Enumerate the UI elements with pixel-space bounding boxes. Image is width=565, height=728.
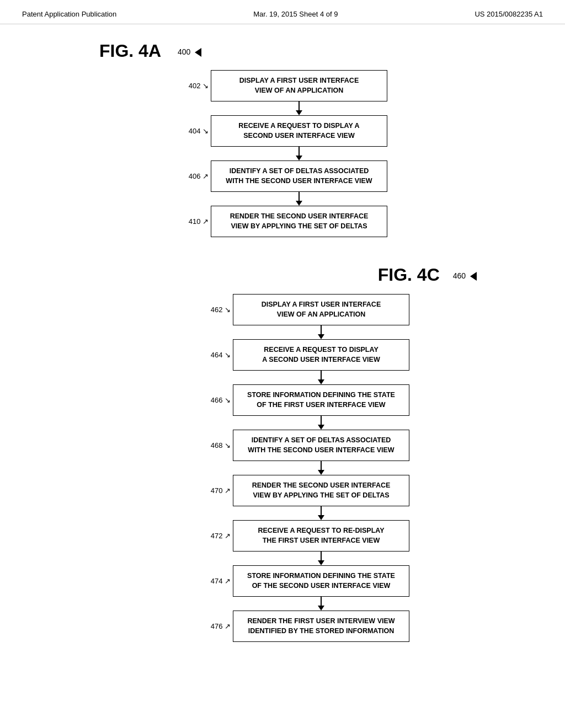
- step-box-470: RENDER THE SECOND USER INTERFACEVIEW BY …: [233, 475, 409, 506]
- connector-406-410: [211, 192, 388, 206]
- step-row-402: 402 ↘ DISPLAY A FIRST USER INTERFACEVIEW…: [178, 70, 387, 101]
- step-row-476: 476 ↗ RENDER THE FIRST USER INTERVIEW VI…: [200, 611, 409, 642]
- step-row-466: 466 ↘ STORE INFORMATION DEFINING THE STA…: [200, 384, 409, 416]
- step-box-406: IDENTIFY A SET OF DELTAS ASSOCIATEDWITH …: [211, 160, 387, 192]
- figure-4a: FIG. 4A 400 402 ↘ DISPLAY A FIRST USER I…: [33, 41, 532, 237]
- step-box-466: STORE INFORMATION DEFINING THE STATEOF T…: [233, 384, 409, 416]
- header-left: Patent Application Publication: [22, 10, 116, 18]
- connector-472-474: [233, 552, 410, 565]
- connector-464-466: [233, 371, 410, 384]
- step-label-462: 462 ↘: [200, 306, 233, 314]
- step-box-468: IDENTIFY A SET OF DELTAS ASSOCIATEDWITH …: [233, 430, 409, 461]
- fig4a-ref: 400: [178, 47, 201, 57]
- connector-402-404: [211, 101, 388, 115]
- step-row-464: 464 ↘ RECEIVE A REQUEST TO DISPLAYA SECO…: [200, 339, 409, 371]
- step-label-466: 466 ↘: [200, 396, 233, 404]
- connector-468-470: [233, 461, 410, 475]
- step-row-470: 470 ↗ RENDER THE SECOND USER INTERFACEVI…: [200, 475, 409, 506]
- step-box-472: RECEIVE A REQUEST TO RE-DISPLAYTHE FIRST…: [233, 520, 409, 552]
- step-box-404: RECEIVE A REQUEST TO DISPLAY ASECOND USE…: [211, 115, 387, 147]
- step-row-462: 462 ↘ DISPLAY A FIRST USER INTERFACEVIEW…: [200, 294, 409, 325]
- step-label-472: 472 ↗: [200, 532, 233, 540]
- step-row-474: 474 ↗ STORE INFORMATION DEFINING THE STA…: [200, 565, 409, 597]
- fig4a-title: FIG. 4A: [99, 41, 161, 61]
- connector-470-472: [233, 506, 410, 520]
- step-label-464: 464 ↘: [200, 351, 233, 359]
- step-row-406: 406 ↗ IDENTIFY A SET OF DELTAS ASSOCIATE…: [178, 160, 387, 192]
- step-label-476: 476 ↗: [200, 622, 233, 630]
- figure-4c: FIG. 4C 460 462 ↘ DISPLAY A FIRST USER I…: [33, 265, 532, 642]
- step-label-404: 404 ↘: [178, 127, 211, 135]
- step-label-468: 468 ↘: [200, 441, 233, 449]
- step-row-410: 410 ↗ RENDER THE SECOND USER INTERFACEVI…: [178, 206, 387, 237]
- step-label-470: 470 ↗: [200, 486, 233, 495]
- connector-474-476: [233, 597, 410, 611]
- connector-462-464: [233, 325, 410, 339]
- header-right: US 2015/0082235 A1: [475, 10, 543, 18]
- fig4c-title: FIG. 4C: [378, 265, 440, 285]
- connector-466-468: [233, 416, 410, 430]
- step-label-410: 410 ↗: [178, 217, 211, 226]
- fig4c-flowchart: 462 ↘ DISPLAY A FIRST USER INTERFACEVIEW…: [77, 294, 532, 642]
- step-label-474: 474 ↗: [200, 577, 233, 585]
- connector-404-406: [211, 147, 388, 160]
- step-row-404: 404 ↘ RECEIVE A REQUEST TO DISPLAY ASECO…: [178, 115, 387, 147]
- step-box-464: RECEIVE A REQUEST TO DISPLAYA SECOND USE…: [233, 339, 409, 371]
- main-content: FIG. 4A 400 402 ↘ DISPLAY A FIRST USER I…: [0, 24, 565, 681]
- step-box-476: RENDER THE FIRST USER INTERVIEW VIEWIDEN…: [233, 611, 409, 642]
- fig4c-ref: 460: [453, 271, 477, 281]
- header-middle: Mar. 19, 2015 Sheet 4 of 9: [253, 10, 338, 18]
- step-box-462: DISPLAY A FIRST USER INTERFACEVIEW OF AN…: [233, 294, 409, 325]
- step-row-468: 468 ↘ IDENTIFY A SET OF DELTAS ASSOCIATE…: [200, 430, 409, 461]
- fig4a-flowchart: 402 ↘ DISPLAY A FIRST USER INTERFACEVIEW…: [33, 70, 532, 237]
- step-label-402: 402 ↘: [178, 82, 211, 90]
- page-header: Patent Application Publication Mar. 19, …: [0, 0, 565, 24]
- step-box-410: RENDER THE SECOND USER INTERFACEVIEW BY …: [211, 206, 387, 237]
- step-label-406: 406 ↗: [178, 172, 211, 180]
- step-row-472: 472 ↗ RECEIVE A REQUEST TO RE-DISPLAYTHE…: [200, 520, 409, 552]
- step-box-402: DISPLAY A FIRST USER INTERFACEVIEW OF AN…: [211, 70, 387, 101]
- step-box-474: STORE INFORMATION DEFINING THE STATEOF T…: [233, 565, 409, 597]
